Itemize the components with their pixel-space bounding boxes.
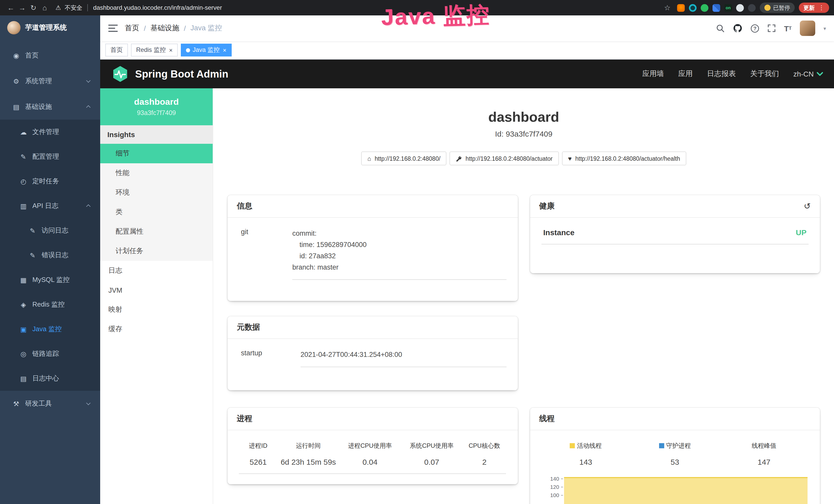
app-logo-image <box>7 21 21 35</box>
sidebar-item-scheduled-jobs[interactable]: ◴ 定时任务 <box>0 169 100 193</box>
sba-menu-environment[interactable]: 环境 <box>100 183 213 202</box>
sidebar-item-java-monitor[interactable]: ▣ Java 监控 <box>0 317 100 342</box>
security-label[interactable]: 不安全 <box>65 4 83 12</box>
sidebar-item-label: 首页 <box>25 51 39 60</box>
process-pid-column: 进程ID 5261 <box>239 441 278 474</box>
tab-label: Redis 监控 <box>136 46 166 54</box>
breadcrumb-home[interactable]: 首页 <box>125 24 139 33</box>
annotation-text: Java 监控 <box>381 0 490 33</box>
peak-threads-value: 147 <box>720 455 809 472</box>
extension-icon[interactable] <box>677 4 685 12</box>
browser-back-icon[interactable]: ← <box>5 2 17 13</box>
bookmark-star-icon[interactable]: ☆ <box>662 2 673 13</box>
sidebar-item-api-logs[interactable]: ▥ API 日志 <box>0 193 100 218</box>
profile-paused-badge[interactable]: 已暂停 <box>760 3 795 13</box>
sba-menu-jvm[interactable]: JVM <box>100 280 213 300</box>
collapse-sidebar-icon[interactable] <box>108 25 118 32</box>
browser-forward-icon[interactable]: → <box>17 2 28 13</box>
main-column: 首页 / 基础设施 / Java 监控 ? <box>100 16 834 504</box>
app-logo[interactable]: 芋道管理系统 <box>0 16 100 40</box>
sba-menu-caches[interactable]: 缓存 <box>100 319 213 339</box>
service-url-link[interactable]: ⌂ http://192.168.0.2:48080/ <box>361 152 446 166</box>
sidebar-item-files[interactable]: ☁ 文件管理 <box>0 120 100 144</box>
sidebar-item-home[interactable]: ◉ 首页 <box>0 43 100 68</box>
sba-nav-wallboard[interactable]: 应用墙 <box>642 69 664 78</box>
sba-menu-configprops[interactable]: 配置属性 <box>100 222 213 241</box>
browser-home-icon[interactable]: ⌂ <box>39 2 50 13</box>
card-body: 活动线程 143 守护进程 <box>530 431 820 504</box>
breadcrumb-current: Java 监控 <box>191 24 222 33</box>
sba-nav-about[interactable]: 关于我们 <box>750 69 779 78</box>
extension-icon[interactable] <box>712 4 720 12</box>
user-avatar[interactable] <box>800 21 815 36</box>
cloud-icon: ☁ <box>20 128 27 136</box>
chrome-update-button[interactable]: 更新 ⋮ <box>799 3 829 13</box>
sidebar-item-tracing[interactable]: ◎ 链路追踪 <box>0 342 100 366</box>
sba-menu-scheduled-tasks[interactable]: 计划任务 <box>100 241 213 261</box>
sidebar-item-log-center[interactable]: ▤ 日志中心 <box>0 366 100 391</box>
close-icon[interactable]: × <box>169 47 173 53</box>
help-icon[interactable]: ? <box>751 24 760 32</box>
font-size-icon[interactable]: TT <box>784 24 792 32</box>
sba-logo-icon <box>111 65 129 83</box>
sidebar-item-system[interactable]: ⚙ 系统管理 <box>0 68 100 94</box>
extension-icon[interactable] <box>748 4 756 12</box>
browser-menu-icon[interactable]: ⋮ <box>818 4 825 11</box>
sba-nav-journal[interactable]: 日志报表 <box>707 69 736 78</box>
extension-icon[interactable] <box>701 4 708 12</box>
fullscreen-icon[interactable] <box>768 24 776 32</box>
breadcrumb-separator: / <box>144 24 146 32</box>
sidebar-item-mysql-monitor[interactable]: ▦ MySQL 监控 <box>0 268 100 292</box>
log-icon: ▥ <box>20 202 27 210</box>
extension-icon[interactable] <box>689 4 697 12</box>
metadata-card: 元数据 startup 2021-04-27T00:44:31.254+08:0… <box>227 317 518 391</box>
sba-menu-mappings[interactable]: 映射 <box>100 300 213 319</box>
instance-header[interactable]: dashboard 93a3fc7f7409 <box>100 88 213 125</box>
github-icon[interactable] <box>733 24 743 33</box>
extension-icon[interactable] <box>736 4 744 12</box>
legend-daemon-threads: 守护进程 53 <box>630 441 720 472</box>
sba-menu-logs[interactable]: 日志 <box>100 261 213 280</box>
sidebar-item-access-logs[interactable]: ✎ 访问日志 <box>0 218 100 243</box>
cards-right-column: 健康 ↺ Instance UP <box>530 196 820 504</box>
sidebar-item-devtools[interactable]: ⚒ 研发工具 <box>0 391 100 416</box>
actuator-url-link[interactable]: http://192.168.0.2:48080/actuator <box>450 152 559 166</box>
health-url-link[interactable]: ♥ http://192.168.0.2:48080/actuator/heal… <box>562 152 686 166</box>
locale-selector[interactable]: zh-CN <box>793 70 823 78</box>
tab-home[interactable]: 首页 <box>105 44 128 56</box>
active-threads-area <box>564 477 808 504</box>
chevron-down-icon <box>86 401 91 405</box>
search-icon[interactable] <box>716 24 725 32</box>
user-menu-caret-icon[interactable]: ▾ <box>824 25 826 31</box>
process-cpu-column: 进程CPU使用率 0.04 <box>339 441 401 474</box>
sba-menu-classes[interactable]: 类 <box>100 202 213 222</box>
tab-java-monitor[interactable]: Java 监控 × <box>181 44 232 56</box>
sidebar-item-label: 基础设施 <box>25 102 52 111</box>
browser-reload-icon[interactable]: ↻ <box>28 2 39 13</box>
url-text[interactable]: dashboard.yudao.iocoder.cn/infra/admin-s… <box>93 4 222 11</box>
details-cards: 信息 git commit: time: 1596289704000 <box>227 196 820 504</box>
card-title: 进程 <box>237 414 252 424</box>
sidebar-item-infrastructure[interactable]: ▤ 基础设施 <box>0 94 100 120</box>
sidebar-item-label: 定时任务 <box>32 177 59 186</box>
tab-redis-monitor[interactable]: Redis 监控 × <box>131 44 178 56</box>
sba-menu-details[interactable]: 细节 <box>100 144 213 163</box>
extension-on-icon[interactable]: on <box>724 4 732 12</box>
close-icon[interactable]: × <box>223 47 226 53</box>
card-title: 信息 <box>237 202 252 211</box>
sba-nav-applications[interactable]: 应用 <box>678 69 693 78</box>
sidebar-item-config[interactable]: ✎ 配置管理 <box>0 144 100 169</box>
breadcrumb: 首页 / 基础设施 / Java 监控 <box>125 24 222 33</box>
card-header: 线程 <box>530 408 820 431</box>
sidebar-item-error-logs[interactable]: ✎ 错误日志 <box>0 243 100 268</box>
breadcrumb-infrastructure[interactable]: 基础设施 <box>151 24 179 33</box>
sba-menu-metrics[interactable]: 性能 <box>100 163 213 183</box>
instance-title: dashboard <box>227 109 820 125</box>
history-icon[interactable]: ↺ <box>804 202 811 211</box>
admin-app: 芋道管理系统 ◉ 首页 ⚙ 系统管理 ▤ 基础设施 <box>0 16 834 504</box>
locale-caret-icon <box>817 72 823 76</box>
address-bar[interactable]: ⚠ 不安全 dashboard.yudao.iocoder.cn/infra/a… <box>56 4 662 12</box>
sidebar-item-redis-monitor[interactable]: ◈ Redis 监控 <box>0 292 100 317</box>
metadata-value: 2021-04-27T00:44:31.254+08:00 <box>301 349 506 367</box>
sba-brand[interactable]: Spring Boot Admin <box>111 65 228 83</box>
